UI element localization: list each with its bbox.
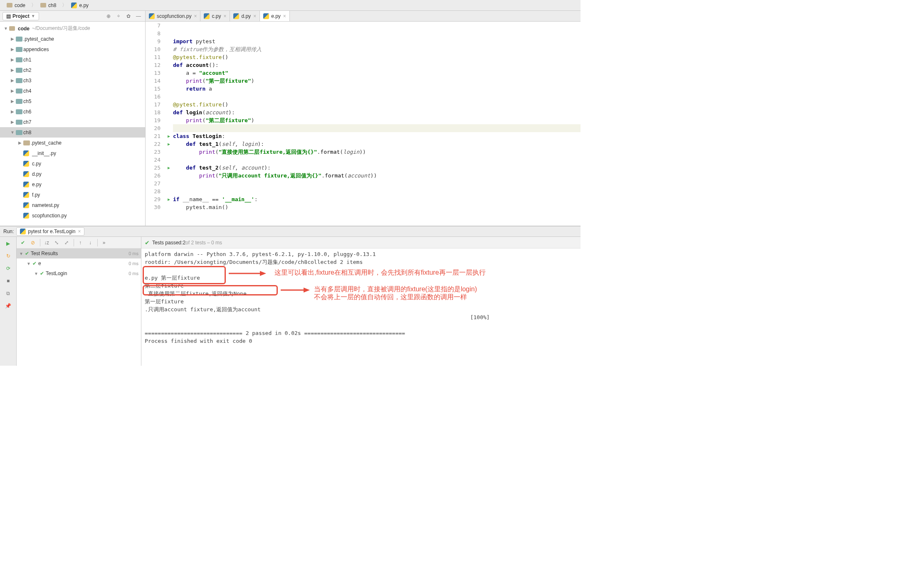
console-output[interactable]: 这里可以看出,fixture在相互调用时，会先找到所有fixture再一层一层执… <box>141 249 581 366</box>
close-icon[interactable]: × <box>253 13 256 19</box>
tree-row[interactable]: c.py <box>0 158 145 169</box>
close-icon[interactable]: × <box>283 13 286 19</box>
expand-icon[interactable]: ▶ <box>9 57 16 62</box>
close-icon[interactable]: × <box>78 229 81 234</box>
hide-icon[interactable]: — <box>134 12 143 20</box>
folder-icon <box>16 78 22 83</box>
show-passed-icon[interactable]: ✔ <box>18 238 27 247</box>
crumb-code[interactable]: code <box>3 2 29 9</box>
crumb-ch8[interactable]: ch8 <box>37 2 59 9</box>
close-icon[interactable]: × <box>194 13 197 19</box>
expand-icon[interactable]: ▶ <box>9 47 16 52</box>
run-gutter-icon[interactable]: ▶ <box>165 140 173 148</box>
project-tree[interactable]: ▼ code ~/Documents/习题集/code ▶.pytest_cac… <box>0 22 145 226</box>
tree-row[interactable]: ▶appendices <box>0 44 145 54</box>
tree-row[interactable]: e.py <box>0 179 145 189</box>
tree-row[interactable]: ▶ch1 <box>0 54 145 65</box>
test-tree[interactable]: ▼✔Test Results0 ms▼✔e0 ms▼✔TestLogin0 ms <box>17 249 141 366</box>
run-gutter-icon <box>165 37 173 45</box>
tree-row[interactable]: ▶.pytest_cache <box>0 34 145 44</box>
expand-icon[interactable]: ▶ <box>9 109 16 114</box>
test-label: Test Results <box>31 251 58 256</box>
rerun-failed-button[interactable]: ↻ <box>3 251 13 261</box>
expand-icon[interactable]: ▶ <box>9 78 16 83</box>
expand-icon[interactable]: ▶ <box>9 99 16 103</box>
show-ignored-icon[interactable]: ⊘ <box>28 238 37 247</box>
tree-root[interactable]: ▼ code ~/Documents/习题集/code <box>0 23 145 34</box>
test-tree-row[interactable]: ▼✔Test Results0 ms <box>17 249 141 258</box>
layout-button[interactable]: ⧉ <box>3 288 13 298</box>
tree-label: ch2 <box>23 67 31 73</box>
collapse-icon[interactable]: ⤢ <box>62 238 71 247</box>
expand-icon[interactable]: ▶ <box>17 140 23 145</box>
tree-row[interactable]: ▶ch4 <box>0 86 145 96</box>
run-gutter-icon[interactable]: ▶ <box>165 132 173 140</box>
console-line: rootdir: /Users/xiongting/Documents/习题集/… <box>145 258 577 266</box>
tree-row[interactable]: f.py <box>0 189 145 200</box>
run-gutter-icon <box>165 108 173 116</box>
pin-icon[interactable]: 📌 <box>3 301 13 311</box>
run-toolbar-left: ▶ ↻ ⟳ ■ ⧉ 📌 <box>0 237 17 366</box>
test-tree-row[interactable]: ▼✔e0 ms <box>17 258 141 268</box>
run-gutter-icon <box>165 30 173 37</box>
crumb-file[interactable]: e.py <box>68 2 92 9</box>
expand-icon[interactable]: ⤡ <box>52 238 61 247</box>
expand-icon[interactable]: ▶ <box>9 37 16 41</box>
sort-icon[interactable]: ↓z <box>42 238 51 247</box>
project-selector[interactable]: ▤ Project ▼ <box>2 12 39 20</box>
export-icon[interactable]: » <box>99 238 109 247</box>
check-icon: ✔ <box>32 261 37 266</box>
gear-icon[interactable]: ✿ <box>124 12 133 20</box>
crumb-label: ch8 <box>48 2 56 8</box>
editor-tab[interactable]: c.py× <box>200 11 230 21</box>
tree-row[interactable]: ▶ch5 <box>0 96 145 106</box>
code-content[interactable]: import pytest# fixtrue作为参数，互相调用传入@pytest… <box>173 22 581 226</box>
expand-icon[interactable]: ▶ <box>9 89 16 93</box>
stop-button[interactable]: ■ <box>3 276 13 286</box>
code-area[interactable]: 7891011121314151617181920212223242526272… <box>146 22 581 226</box>
editor-tab[interactable]: scopfunction.py× <box>146 11 200 21</box>
locate-icon[interactable]: ⊕ <box>104 12 113 20</box>
tree-row[interactable]: ▶.pytest_cache <box>0 138 145 148</box>
console-line: [100%] <box>145 313 577 321</box>
python-icon <box>204 13 210 19</box>
collapse-icon[interactable]: ÷ <box>114 12 123 20</box>
run-gutter-icon <box>165 124 173 132</box>
annotation-text: 当有多层调用时，直接被调用的fixture(这里指的是login) 不会将上一层… <box>314 285 477 301</box>
editor-tab[interactable]: d.py× <box>230 11 260 21</box>
run-gutter-icon <box>165 180 173 187</box>
run-config-tab[interactable]: pytest for e.TestLogin × <box>16 227 84 236</box>
tree-row[interactable]: ▶ch7 <box>0 117 145 127</box>
run-gutter-icon[interactable]: ▶ <box>165 164 173 172</box>
editor-tab[interactable]: e.py× <box>260 11 290 21</box>
project-header: ▤ Project ▼ ⊕ ÷ ✿ — <box>0 11 145 22</box>
test-tree-row[interactable]: ▼✔TestLogin0 ms <box>17 268 141 278</box>
tree-label: .pytest_cache <box>31 140 62 146</box>
python-icon <box>263 13 269 19</box>
tree-row[interactable]: ▼ch8 <box>0 127 145 138</box>
tree-row[interactable]: __init__.py <box>0 148 145 158</box>
expand-icon[interactable]: ▼ <box>9 130 16 135</box>
tree-row[interactable]: ▶ch2 <box>0 65 145 75</box>
tree-path: ~/Documents/习题集/code <box>32 25 90 32</box>
prev-icon[interactable]: ↑ <box>76 238 85 247</box>
next-icon[interactable]: ↓ <box>86 238 95 247</box>
tree-row[interactable]: ▶ch6 <box>0 106 145 117</box>
close-icon[interactable]: × <box>223 13 226 19</box>
tree-row[interactable]: scopfunction.py <box>0 210 145 221</box>
tree-row[interactable]: nametest.py <box>0 200 145 210</box>
run-button[interactable]: ▶ <box>3 239 13 249</box>
tree-row[interactable]: d.py <box>0 169 145 179</box>
python-icon <box>20 229 26 234</box>
status-text: Tests passed: <box>152 240 183 246</box>
test-label: e <box>38 261 41 266</box>
toggle-auto-button[interactable]: ⟳ <box>3 263 13 273</box>
check-icon: ✔ <box>25 251 29 256</box>
expand-icon[interactable]: ▶ <box>9 68 16 72</box>
tree-row[interactable]: ▶ch3 <box>0 75 145 86</box>
run-gutter-icon[interactable]: ▶ <box>165 195 173 203</box>
run-gutter-icon <box>165 22 173 30</box>
test-results-panel: ✔ ⊘ ↓z ⤡ ⤢ ↑ ↓ » ▼✔Test Results0 ms▼✔e0 … <box>17 237 141 366</box>
expand-icon[interactable]: ▶ <box>9 120 16 124</box>
run-gutter-icon <box>165 85 173 93</box>
